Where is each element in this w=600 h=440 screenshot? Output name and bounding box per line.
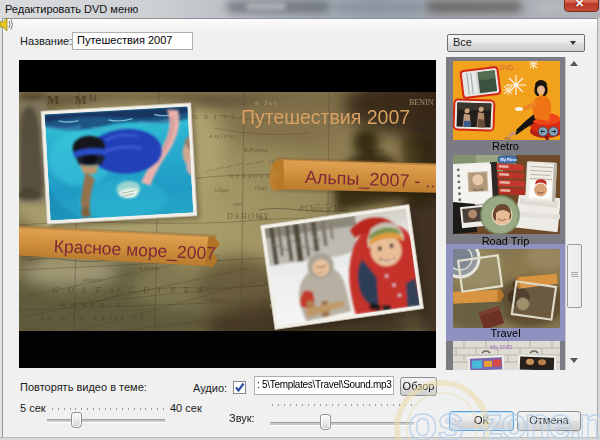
- svg-text:Bou: Bou: [259, 215, 269, 221]
- svg-text:R.Formosa: R.Formosa: [223, 319, 251, 325]
- svg-text:eZopo: eZopo: [215, 187, 229, 193]
- svg-text:G O L F of G U I N E A: G O L F of G U I N E A: [53, 286, 206, 295]
- svg-text:Athomas: Athomas: [208, 297, 231, 303]
- svg-text:R.Podena: R.Podena: [243, 147, 268, 153]
- svg-text:Aspleta: Aspleta: [208, 133, 234, 139]
- svg-text:M M: M M: [47, 92, 93, 107]
- svg-text:Oban: Oban: [255, 185, 267, 191]
- svg-text:M: M: [89, 93, 99, 103]
- svg-text:Путешествия 2007: Путешествия 2007: [241, 106, 410, 128]
- svg-text:mia: mia: [233, 201, 242, 207]
- svg-text:My DVD: My DVD: [490, 344, 513, 350]
- svg-text:15 3 15 XXIII: 15 3 15 XXIII 15: [41, 315, 147, 321]
- svg-text:BENIN: BENIN: [409, 98, 434, 107]
- svg-text:My Films: My Films: [501, 158, 517, 162]
- svg-text:Primavel: Primavel: [243, 307, 266, 313]
